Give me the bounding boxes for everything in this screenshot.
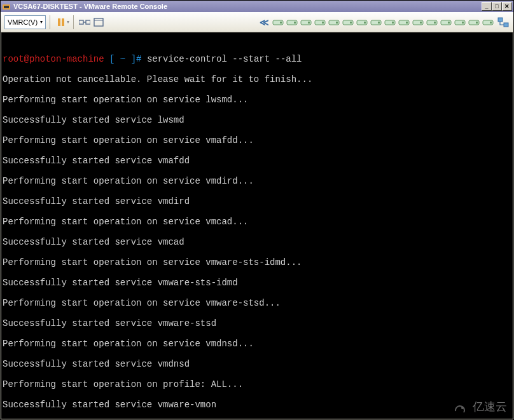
drive-icon[interactable] <box>440 17 452 27</box>
drive-icon[interactable] <box>482 17 494 27</box>
svg-rect-12 <box>308 22 310 24</box>
maximize-button[interactable]: □ <box>492 2 502 11</box>
console-terminal[interactable]: root@photon-machine [ ~ ]# service-contr… <box>1 32 513 419</box>
chevron-down-icon: ▾ <box>67 19 69 25</box>
drive-icon[interactable] <box>314 17 326 27</box>
terminal-line: Performing start operation on service lw… <box>3 95 511 105</box>
drive-icon[interactable] <box>384 17 396 27</box>
close-button[interactable]: ✕ <box>502 2 512 11</box>
drive-icon[interactable] <box>468 17 480 27</box>
svg-rect-40 <box>504 23 508 27</box>
svg-rect-10 <box>294 22 296 24</box>
terminal-line: root@photon-machine [ ~ ]# service-contr… <box>3 54 511 64</box>
svg-rect-16 <box>336 22 338 24</box>
svg-rect-34 <box>462 22 464 24</box>
terminal-line: Performing start operation on profile: A… <box>3 379 511 390</box>
svg-rect-18 <box>350 22 352 24</box>
drive-icon[interactable] <box>286 17 298 27</box>
svg-rect-28 <box>420 22 422 24</box>
drive-icon[interactable] <box>328 17 340 27</box>
app-icon <box>2 2 11 11</box>
terminal-line: Successfully started service vmware-sts-… <box>3 278 511 288</box>
network-adapter-icon[interactable] <box>497 17 510 28</box>
terminal-line: Performing start operation on service vm… <box>3 176 511 186</box>
terminal-line: Successfully started service vmdnsd <box>3 359 511 369</box>
terminal-line: Performing start operation on service vm… <box>3 135 511 146</box>
titlebar: VCSA67-DISKTEST - VMware Remote Console … <box>1 1 513 12</box>
vmrc-menu-label: VMRC(V) <box>8 18 38 26</box>
send-ctrl-alt-del-button[interactable] <box>78 15 92 29</box>
svg-rect-38 <box>490 22 492 24</box>
prompt-user: root@photon-machine <box>3 54 104 64</box>
drive-icon[interactable] <box>412 17 424 27</box>
drive-icon[interactable] <box>272 17 284 27</box>
terminal-line: Performing start operation on service vm… <box>3 217 511 227</box>
svg-rect-30 <box>434 22 436 24</box>
vmrc-menu-dropdown[interactable]: VMRC(V) ▾ <box>4 15 46 29</box>
drive-icon[interactable] <box>370 17 382 27</box>
svg-rect-2 <box>58 18 60 26</box>
drive-icon[interactable] <box>454 17 466 27</box>
svg-rect-26 <box>406 22 408 24</box>
svg-rect-24 <box>392 22 394 24</box>
chevron-left-icon[interactable]: ≪ <box>260 17 269 27</box>
drive-icon[interactable] <box>426 17 438 27</box>
drive-icon[interactable] <box>398 17 410 27</box>
terminal-line: Performing start operation on service vm… <box>3 298 511 308</box>
drive-icon[interactable] <box>342 17 354 27</box>
command-text: service-control --start --all <box>141 54 302 64</box>
terminal-line: Successfully started service vmware-stsd <box>3 318 511 329</box>
terminal-line: Successfully started service vmafdd <box>3 156 511 166</box>
terminal-line: Operation not cancellable. Please wait f… <box>3 74 511 85</box>
svg-rect-22 <box>378 22 380 24</box>
terminal-line: Successfully started service vmdird <box>3 196 511 207</box>
svg-rect-20 <box>364 22 366 24</box>
terminal-line: Successfully started service vmcad <box>3 237 511 247</box>
drive-icon[interactable] <box>356 17 368 27</box>
window-title: VCSA67-DISKTEST - VMware Remote Console <box>13 3 482 10</box>
svg-rect-14 <box>322 22 324 24</box>
toolbar-separator <box>50 15 50 29</box>
svg-rect-5 <box>86 20 90 24</box>
toolbar: VMRC(V) ▾ ▾ ≪ <box>1 12 513 32</box>
svg-rect-8 <box>280 22 282 24</box>
terminal-line: Performing start operation on service vm… <box>3 257 511 268</box>
chevron-down-icon: ▾ <box>40 19 43 25</box>
app-window: VCSA67-DISKTEST - VMware Remote Console … <box>0 0 514 420</box>
removable-devices-group <box>272 17 494 27</box>
drive-icon[interactable] <box>300 17 312 27</box>
minimize-button[interactable]: _ <box>482 2 492 11</box>
pause-button[interactable] <box>54 15 68 29</box>
svg-rect-39 <box>498 18 503 22</box>
terminal-line: Successfully started service vmware-vmon <box>3 400 511 410</box>
prompt-bracket: [ ~ ]# <box>109 54 141 64</box>
window-controls: _ □ ✕ <box>482 2 512 11</box>
terminal-line: Successfully started service lwsmd <box>3 115 511 125</box>
svg-rect-6 <box>94 18 103 26</box>
terminal-line: Performing start operation on service vm… <box>3 339 511 349</box>
svg-rect-3 <box>62 18 64 26</box>
svg-rect-32 <box>448 22 450 24</box>
toolbar-separator <box>73 15 74 29</box>
fullscreen-button[interactable] <box>92 15 106 29</box>
svg-rect-1 <box>4 6 9 8</box>
svg-rect-36 <box>476 22 478 24</box>
svg-rect-4 <box>79 20 83 24</box>
